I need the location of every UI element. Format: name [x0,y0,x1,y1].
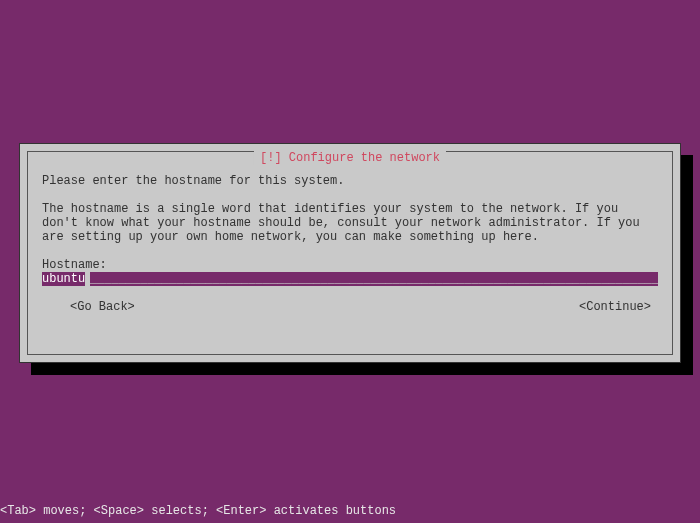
hostname-input-value: ubuntu [42,272,85,286]
footer-help-text: <Tab> moves; <Space> selects; <Enter> ac… [0,504,396,518]
hostname-input-fill: ________________________________________… [90,272,658,286]
configure-network-dialog: [!] Configure the network Please enter t… [19,143,681,363]
hostname-input[interactable]: ubuntu _________________________________… [42,272,658,286]
dialog-prompt: Please enter the hostname for this syste… [42,174,658,188]
button-row: <Go Back> <Continue> [42,300,658,314]
continue-button[interactable]: <Continue> [579,300,651,314]
dialog-description: The hostname is a single word that ident… [42,202,658,244]
hostname-label: Hostname: [42,258,658,272]
dialog-border: [!] Configure the network Please enter t… [27,151,673,355]
dialog-title: [!] Configure the network [254,151,446,165]
dialog-content: Please enter the hostname for this syste… [42,174,658,340]
go-back-button[interactable]: <Go Back> [70,300,135,314]
